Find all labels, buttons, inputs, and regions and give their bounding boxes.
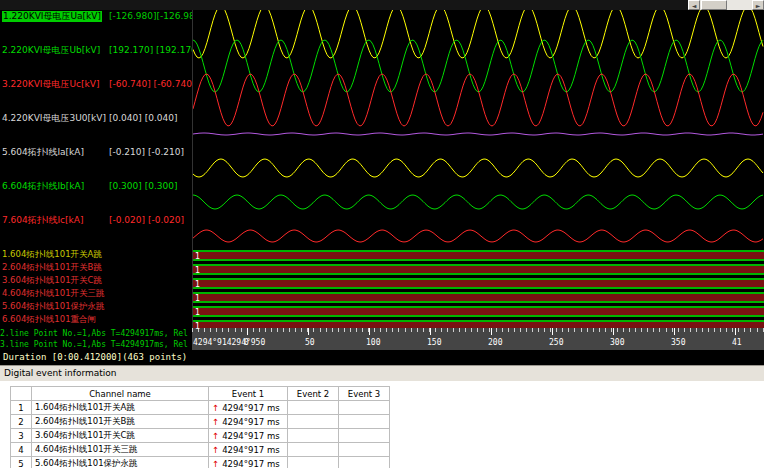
time-axis-minor-tick (350, 328, 351, 332)
time-axis-minor-tick (301, 328, 302, 332)
time-axis-label: 100 (366, 338, 380, 347)
time-axis-minor-tick (441, 328, 442, 332)
event-table-row[interactable]: 4 4.604拓扑Ⅰ线101开关三跳 ↑4294°917 ms (11, 443, 390, 457)
time-axis-minor-tick (338, 328, 339, 332)
analog-channel-name[interactable]: 1.220KVⅠ母电压Ua[kV] (2, 11, 102, 22)
time-axis-minor-tick (477, 328, 478, 332)
time-axis-minor-tick (423, 328, 424, 332)
time-axis-minor-tick (374, 328, 375, 332)
time-axis-minor-tick (514, 328, 515, 332)
header-event1: Event 1 (209, 387, 288, 401)
digital-channel-name[interactable]: 3.604拓扑Ⅰ线101开关C跳 (0, 274, 192, 287)
digital-channel-name[interactable]: 1.604拓扑Ⅰ线101开关A跳 (0, 248, 192, 261)
analog-channel-values: [0.300] [0.300] (109, 181, 177, 192)
event1-time: 4294°917 ms (222, 445, 280, 455)
time-axis-major-tick (613, 328, 614, 335)
event3-cell (339, 429, 390, 443)
time-axis-minor-tick (405, 328, 406, 332)
event2-cell (288, 457, 339, 468)
time-axis[interactable]: 4294°914294°95005010015020025030035041 (192, 328, 764, 350)
analog-channel-row[interactable]: 7.604拓扑Ⅰ线Ic[kA] [-0.020] [-0.020] (0, 214, 192, 248)
analog-trace-2 (193, 40, 763, 92)
time-axis-minor-tick (605, 328, 606, 332)
digital-channel-name[interactable]: 5.604拓扑Ⅰ线101保护永跳 (0, 300, 192, 313)
time-axis-minor-tick (344, 328, 345, 332)
horizontal-scrollbar[interactable]: ◄ ► (688, 0, 764, 10)
analog-section: 1.220KVⅠ母电压Ua[kV] [-126.980][-126.980] 2… (0, 10, 764, 248)
axis-row: 2.line Point No.=1,Abs T=4294917ms, Rel … (0, 328, 764, 350)
analog-channel-row[interactable]: 3.220KVⅠ母电压Uc[kV] [-60.740] [-60.740] (0, 78, 192, 112)
analog-channel-name[interactable]: 3.220KVⅠ母电压Uc[kV] (2, 79, 99, 90)
time-axis-label: 350 (671, 338, 685, 347)
scrollbar-track[interactable] (700, 0, 752, 10)
time-axis-minor-tick (502, 328, 503, 332)
analog-channel-name[interactable]: 6.604拓扑Ⅰ线Ib[kA] (2, 181, 84, 192)
analog-channel-row[interactable]: 1.220KVⅠ母电压Ua[kV] [-126.980][-126.980] (0, 10, 192, 44)
time-axis-minor-tick (666, 328, 667, 332)
event3-cell (339, 457, 390, 468)
time-axis-minor-tick (386, 328, 387, 332)
analog-channel-name[interactable]: 5.604拓扑Ⅰ线Ia[kA] (2, 147, 84, 158)
time-axis-major-tick (247, 328, 248, 335)
time-axis-minor-tick (253, 328, 254, 332)
analog-channel-row[interactable]: 6.604拓扑Ⅰ线Ib[kA] [0.300] [0.300] (0, 180, 192, 214)
time-axis-minor-tick (520, 328, 521, 332)
scroll-left-button[interactable]: ◄ (688, 0, 700, 10)
event2-cell (288, 401, 339, 415)
analog-channel-values: [-126.980][-126.980] (109, 11, 192, 22)
header-event2: Event 2 (288, 387, 339, 401)
event3-cell (339, 415, 390, 429)
event-row-channel-name: 3.604拓扑Ⅰ线101开关C跳 (32, 429, 209, 443)
analog-channel-name[interactable]: 7.604拓扑Ⅰ线Ic[kA] (2, 215, 83, 226)
event-table-row[interactable]: 1 1.604拓扑Ⅰ线101开关A跳 ↑4294°917 ms (11, 401, 390, 415)
analog-channel-row[interactable]: 2.220KVⅠ母电压Ub[kV] [192.170] [192.170] (0, 44, 192, 78)
time-axis-label: 150 (427, 338, 441, 347)
analog-channel-values: [0.040] [0.040] (109, 113, 177, 124)
time-axis-major-tick (552, 328, 553, 335)
time-axis-minor-tick (192, 328, 193, 332)
analog-channel-values: [-60.740] [-60.740] (109, 79, 192, 90)
digital-state-value: 1 (195, 293, 200, 304)
analog-trace-5 (193, 159, 763, 177)
digital-bars-column[interactable]: 1 1 1 1 1 1 (192, 248, 764, 328)
event1-arrow-icon: ↑ (212, 445, 219, 455)
time-axis-minor-tick (496, 328, 497, 332)
analog-channel-row[interactable]: 5.604拓扑Ⅰ线Ia[kA] [-0.210] [-0.210] (0, 146, 192, 180)
analog-plot-area[interactable] (192, 10, 764, 248)
digital-trace-row: 1 (193, 250, 764, 263)
time-axis-minor-tick (235, 328, 236, 332)
event-table-row[interactable]: 5 5.604拓扑Ⅰ线101保护永跳 ↑4294°917 ms (11, 457, 390, 468)
time-axis-minor-tick (544, 328, 545, 332)
time-axis-minor-tick (708, 328, 709, 332)
event-row-index: 3 (11, 429, 32, 443)
digital-state-value: 1 (195, 321, 200, 332)
time-axis-major-tick (308, 328, 309, 335)
analog-channel-name[interactable]: 2.220KVⅠ母电压Ub[kV] (2, 45, 100, 56)
analog-channel-row[interactable]: 4.220KVⅠ母电压3U0[kV] [0.040] [0.040] (0, 112, 192, 146)
digital-channel-name[interactable]: 4.604拓扑Ⅰ线101开关三跳 (0, 287, 192, 300)
time-axis-minor-tick (750, 328, 751, 332)
time-axis-major-tick (491, 328, 492, 335)
digital-state-bar (193, 278, 764, 289)
scrollbar-thumb[interactable] (701, 0, 727, 10)
cursor-line-1-status: 2.line Point No.=1,Abs T=4294917ms, Rel … (0, 328, 192, 339)
time-axis-minor-tick (647, 328, 648, 332)
event-table-row[interactable]: 3 3.604拓扑Ⅰ线101开关C跳 ↑4294°917 ms (11, 429, 390, 443)
time-axis-minor-tick (483, 328, 484, 332)
time-axis-minor-tick (356, 328, 357, 332)
analog-channel-name[interactable]: 4.220KVⅠ母电压3U0[kV] (2, 113, 106, 124)
time-axis-minor-tick (216, 328, 217, 332)
event1-arrow-icon: ↑ (212, 417, 219, 427)
time-axis-major-tick (735, 328, 736, 335)
time-axis-major-tick (430, 328, 431, 335)
digital-channel-name[interactable]: 2.604拓扑Ⅰ线101开关B跳 (0, 261, 192, 274)
event-row-channel-name: 2.604拓扑Ⅰ线101开关B跳 (32, 415, 209, 429)
time-axis-minor-tick (653, 328, 654, 332)
event-table-row[interactable]: 2 2.604拓扑Ⅰ线101开关B跳 ↑4294°917 ms (11, 415, 390, 429)
event-row-channel-name: 4.604拓扑Ⅰ线101开关三跳 (32, 443, 209, 457)
scroll-right-button[interactable]: ► (752, 0, 764, 10)
digital-channel-name[interactable]: 6.604拓扑Ⅰ线101重合闸 (0, 313, 192, 326)
time-axis-minor-tick (471, 328, 472, 332)
time-axis-minor-tick (556, 328, 557, 332)
cursor-status-lines: 2.line Point No.=1,Abs T=4294917ms, Rel … (0, 328, 192, 350)
